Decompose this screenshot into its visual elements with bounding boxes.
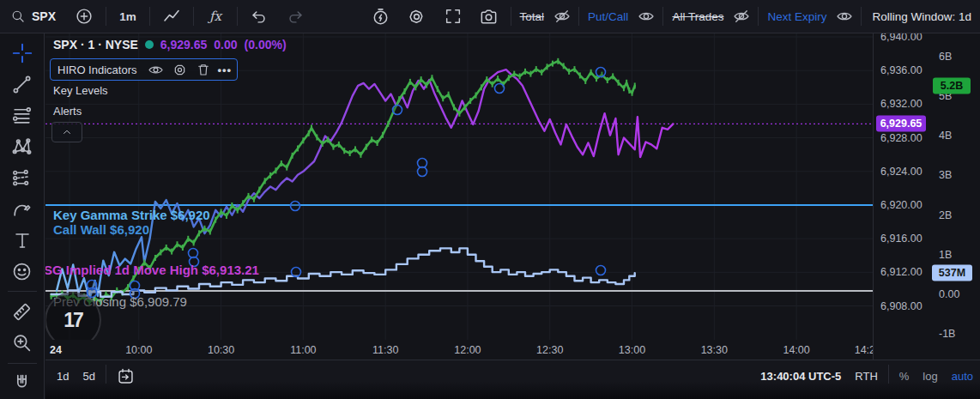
delete-icon[interactable] xyxy=(193,61,214,78)
time-axis[interactable]: 2410:0010:3011:0011:3012:0012:3013:0013:… xyxy=(45,341,873,360)
tool-magnet-icon[interactable] xyxy=(6,368,39,399)
divider xyxy=(237,7,238,26)
fullscreen-icon-button[interactable] xyxy=(435,4,471,28)
search-icon xyxy=(10,9,26,24)
undo-button[interactable] xyxy=(241,4,277,28)
divider xyxy=(511,7,511,26)
flow-axis-label: -1B xyxy=(939,328,955,340)
range-5d-button[interactable]: 5d xyxy=(76,365,101,387)
tool-emoji-icon[interactable] xyxy=(6,256,39,287)
eye-icon[interactable] xyxy=(145,61,166,78)
price-axis-label: 6,916.00 xyxy=(880,233,923,245)
chart-pane[interactable]: SPX · 1 · NYSE 6,929.65 0.00 (0.00%) HIR… xyxy=(45,33,873,340)
hiro-series-toggles: TotalPut/CallAll TradesNext Expiry xyxy=(515,5,858,27)
symbol-label: SPX xyxy=(32,9,56,23)
legend-change-pct: (0.00%) xyxy=(245,38,287,51)
time-axis-tick: 10:00 xyxy=(125,344,152,356)
price-axis-label: 6,924.00 xyxy=(880,166,923,178)
eye-off-icon-2[interactable] xyxy=(729,5,754,27)
price-axis-label: 6,932.00 xyxy=(880,98,923,110)
toggle-label-put-call[interactable]: Put/Call xyxy=(583,10,633,23)
go-to-date-icon-button[interactable] xyxy=(110,365,142,387)
flow-axis-label: 3B xyxy=(939,169,952,181)
indicators-button[interactable]: ƒx xyxy=(197,4,233,28)
session-button[interactable]: RTH xyxy=(848,365,884,387)
time-axis-tick: 11:30 xyxy=(372,344,398,356)
indicator-settings-icon[interactable] xyxy=(169,61,190,78)
divider xyxy=(106,7,106,26)
percent-scale-button[interactable]: % xyxy=(892,365,916,387)
signal-marker-icon xyxy=(291,202,300,211)
log-scale-button[interactable]: log xyxy=(916,365,944,387)
flow-axis-label: 6B xyxy=(939,51,952,63)
alert-icon-button[interactable] xyxy=(363,4,399,28)
clock-label[interactable]: 13:40:04 UTC-5 xyxy=(753,365,848,387)
time-axis-tick: 12:30 xyxy=(536,344,563,356)
legend-alerts[interactable]: Alerts xyxy=(53,105,82,118)
toggle-label-total[interactable]: Total xyxy=(515,10,550,23)
eye-off-icon-0[interactable] xyxy=(549,5,575,27)
price-axis-label: 6,912.00 xyxy=(880,266,923,278)
signal-marker-icon xyxy=(292,268,301,277)
toggle-label-next-expiry[interactable]: Next Expiry xyxy=(762,10,832,23)
hiro-indicators-label: HIRO Indicators xyxy=(57,63,136,76)
tool-fib-retracement-icon[interactable] xyxy=(6,100,39,131)
tool-xabcd-pattern-icon[interactable] xyxy=(6,131,39,162)
signal-marker-icon xyxy=(596,68,606,77)
tool-brush-icon[interactable] xyxy=(6,193,39,224)
auto-scale-button[interactable]: auto xyxy=(945,365,980,387)
interval-button[interactable]: 1m xyxy=(110,4,146,28)
legend-symbol: SPX · 1 · NYSE xyxy=(53,38,138,51)
add-symbol-button[interactable] xyxy=(66,4,102,28)
bottom-right-group: 13:40:04 UTC-5 RTH % log auto xyxy=(753,365,980,387)
more-options-icon[interactable]: ••• xyxy=(217,63,232,76)
price-axis-label: 6,928.00 xyxy=(880,132,923,144)
divider xyxy=(149,7,150,26)
signal-marker-icon xyxy=(393,106,402,115)
drawing-tools-sidebar xyxy=(0,33,45,399)
hiro-indicators-row[interactable]: HIRO Indicators ••• xyxy=(50,58,238,81)
divider xyxy=(578,7,579,26)
symbol-search-button[interactable]: SPX xyxy=(0,9,66,24)
divider xyxy=(888,365,889,384)
signal-marker-icon xyxy=(88,288,97,298)
range-1d-button[interactable]: 1d xyxy=(45,365,76,387)
divider xyxy=(106,365,106,384)
legend-key-levels[interactable]: Key Levels xyxy=(53,84,108,97)
legend-symbol-row[interactable]: SPX · 1 · NYSE 6,929.65 0.00 (0.00%) xyxy=(53,38,287,51)
signal-marker-icon xyxy=(596,266,606,275)
rolling-window-label[interactable]: Rolling Window: 1d xyxy=(865,10,980,23)
redo-button[interactable] xyxy=(277,4,313,28)
settings-icon-button[interactable] xyxy=(399,4,435,28)
tool-ruler-icon[interactable] xyxy=(6,296,39,327)
signal-marker-icon xyxy=(418,167,427,177)
eye-icon-3[interactable] xyxy=(832,5,857,27)
legend-price: 6,929.65 xyxy=(160,38,208,51)
divider xyxy=(662,7,663,26)
lightblue-flow-badge: 537M xyxy=(932,265,972,281)
tool-text-icon[interactable] xyxy=(6,225,39,256)
flow-axis-label: 0.00 xyxy=(939,288,959,300)
chart-type-button[interactable] xyxy=(154,4,190,28)
tool-trend-line-icon[interactable] xyxy=(6,69,39,100)
tool-forecast-icon[interactable] xyxy=(6,162,39,193)
price-axis[interactable]: 6,940.006,936.006,932.006,928.006,924.00… xyxy=(873,33,980,360)
eye-icon-1[interactable] xyxy=(633,5,659,27)
hiro-trading-app: SPX 1m ƒx TotalPut/CallAll TradesNext Ex… xyxy=(0,0,980,399)
signal-marker-icon xyxy=(130,289,140,299)
price-axis-label: 6,908.00 xyxy=(880,300,923,312)
flow-axis-label: 1B xyxy=(939,249,952,261)
time-axis-tick: 13:30 xyxy=(701,344,728,356)
current-price-badge: 6,929.65 xyxy=(876,116,926,132)
toggle-label-all-trades[interactable]: All Trades xyxy=(667,10,729,23)
collapse-legend-button[interactable] xyxy=(51,122,82,142)
tool-crosshair-icon[interactable] xyxy=(6,38,39,69)
tool-zoom-in-icon[interactable] xyxy=(6,327,39,358)
time-axis-day-label: 24 xyxy=(50,344,62,356)
legend-change: 0.00 xyxy=(214,38,237,51)
market-status-dot-icon xyxy=(145,40,154,49)
camera-icon-button[interactable] xyxy=(471,4,507,28)
green-flow-badge: 5.2B xyxy=(933,78,971,94)
time-axis-tick: 11:00 xyxy=(290,344,316,356)
price-axis-label: 6,936.00 xyxy=(880,64,923,76)
